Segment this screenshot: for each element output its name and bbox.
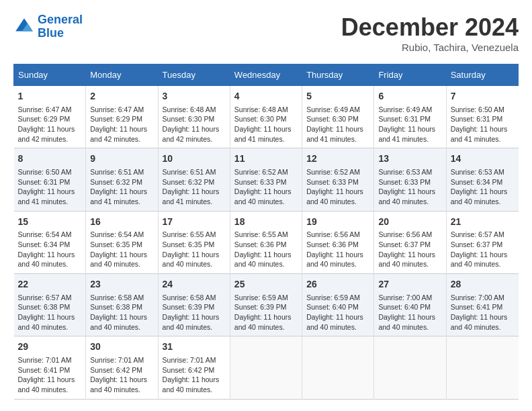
day-info: Sunrise: 6:58 AM Sunset: 6:38 PM Dayligh… [90, 293, 153, 332]
day-info: Sunrise: 7:01 AM Sunset: 6:41 PM Dayligh… [18, 355, 82, 395]
logo-line2: Blue [38, 26, 64, 40]
calendar-cell: 3Sunrise: 6:48 AM Sunset: 6:30 PM Daylig… [158, 86, 230, 148]
calendar-cell: 2Sunrise: 6:47 AM Sunset: 6:29 PM Daylig… [86, 86, 158, 148]
logo-text: General Blue [38, 13, 83, 40]
day-number: 3 [163, 90, 226, 103]
day-info: Sunrise: 6:49 AM Sunset: 6:30 PM Dayligh… [306, 105, 369, 144]
day-number: 31 [163, 340, 226, 354]
day-info: Sunrise: 6:52 AM Sunset: 6:33 PM Dayligh… [306, 167, 369, 207]
calendar-cell: 24Sunrise: 6:58 AM Sunset: 6:39 PM Dayli… [158, 274, 230, 336]
day-info: Sunrise: 6:53 AM Sunset: 6:34 PM Dayligh… [451, 167, 515, 207]
calendar-cell: 5Sunrise: 6:49 AM Sunset: 6:30 PM Daylig… [302, 86, 374, 148]
day-of-week-header: Friday [374, 64, 446, 86]
calendar-cell: 20Sunrise: 6:56 AM Sunset: 6:37 PM Dayli… [374, 211, 446, 273]
day-info: Sunrise: 6:55 AM Sunset: 6:35 PM Dayligh… [163, 230, 226, 269]
day-info: Sunrise: 6:57 AM Sunset: 6:37 PM Dayligh… [451, 230, 515, 269]
day-number: 4 [234, 90, 298, 103]
calendar-cell: 17Sunrise: 6:55 AM Sunset: 6:35 PM Dayli… [158, 211, 230, 273]
logo-icon [13, 16, 35, 38]
day-info: Sunrise: 6:48 AM Sunset: 6:30 PM Dayligh… [234, 105, 298, 144]
day-number: 9 [90, 152, 153, 166]
calendar-week-row: 1Sunrise: 6:47 AM Sunset: 6:29 PM Daylig… [14, 86, 519, 148]
day-of-week-header: Saturday [446, 64, 518, 86]
day-info: Sunrise: 6:57 AM Sunset: 6:38 PM Dayligh… [18, 293, 82, 332]
day-number: 12 [306, 152, 369, 166]
calendar-cell: 7Sunrise: 6:50 AM Sunset: 6:31 PM Daylig… [446, 86, 518, 148]
day-of-week-header: Thursday [302, 64, 374, 86]
calendar-table: SundayMondayTuesdayWednesdayThursdayFrid… [13, 64, 519, 400]
day-info: Sunrise: 6:54 AM Sunset: 6:35 PM Dayligh… [90, 230, 153, 269]
calendar-cell: 19Sunrise: 6:56 AM Sunset: 6:36 PM Dayli… [302, 211, 374, 273]
calendar-cell: 12Sunrise: 6:52 AM Sunset: 6:33 PM Dayli… [302, 148, 374, 211]
day-number: 22 [18, 278, 82, 291]
day-number: 25 [234, 278, 298, 291]
calendar-cell: 16Sunrise: 6:54 AM Sunset: 6:35 PM Dayli… [86, 211, 158, 273]
day-number: 27 [378, 278, 441, 291]
day-number: 16 [90, 216, 153, 229]
calendar-cell [230, 336, 302, 399]
day-info: Sunrise: 6:56 AM Sunset: 6:37 PM Dayligh… [378, 230, 441, 269]
calendar-cell: 18Sunrise: 6:55 AM Sunset: 6:36 PM Dayli… [230, 211, 302, 273]
day-info: Sunrise: 6:58 AM Sunset: 6:39 PM Dayligh… [163, 293, 226, 332]
day-info: Sunrise: 6:51 AM Sunset: 6:32 PM Dayligh… [90, 167, 153, 207]
day-number: 13 [378, 152, 441, 166]
location: Rubio, Tachira, Venezuela [341, 42, 519, 53]
day-info: Sunrise: 6:56 AM Sunset: 6:36 PM Dayligh… [306, 230, 369, 269]
day-number: 8 [18, 152, 82, 166]
calendar-week-row: 8Sunrise: 6:50 AM Sunset: 6:31 PM Daylig… [14, 148, 519, 211]
calendar-cell: 10Sunrise: 6:51 AM Sunset: 6:32 PM Dayli… [158, 148, 230, 211]
day-number: 15 [18, 216, 82, 229]
day-info: Sunrise: 6:53 AM Sunset: 6:33 PM Dayligh… [378, 167, 441, 207]
calendar-cell: 8Sunrise: 6:50 AM Sunset: 6:31 PM Daylig… [14, 148, 86, 211]
day-number: 26 [306, 278, 369, 291]
day-number: 28 [451, 278, 515, 291]
calendar-cell [446, 336, 518, 399]
day-number: 23 [90, 278, 153, 291]
page-header: General Blue December 2024 Rubio, Tachir… [13, 13, 519, 53]
day-of-week-header: Tuesday [158, 64, 230, 86]
day-number: 19 [306, 216, 369, 229]
calendar-cell: 15Sunrise: 6:54 AM Sunset: 6:34 PM Dayli… [14, 211, 86, 273]
calendar-cell: 6Sunrise: 6:49 AM Sunset: 6:31 PM Daylig… [374, 86, 446, 148]
calendar-week-row: 15Sunrise: 6:54 AM Sunset: 6:34 PM Dayli… [14, 211, 519, 273]
day-number: 20 [378, 216, 441, 229]
calendar-cell [374, 336, 446, 399]
day-info: Sunrise: 6:50 AM Sunset: 6:31 PM Dayligh… [18, 167, 82, 207]
calendar-cell: 25Sunrise: 6:59 AM Sunset: 6:39 PM Dayli… [230, 274, 302, 336]
calendar-cell: 13Sunrise: 6:53 AM Sunset: 6:33 PM Dayli… [374, 148, 446, 211]
month-title: December 2024 [341, 13, 519, 42]
day-number: 29 [18, 340, 82, 354]
calendar-cell [302, 336, 374, 399]
day-of-week-header: Sunday [14, 64, 86, 86]
day-number: 24 [163, 278, 226, 291]
calendar-cell: 14Sunrise: 6:53 AM Sunset: 6:34 PM Dayli… [446, 148, 518, 211]
day-number: 5 [306, 90, 369, 103]
day-number: 11 [234, 152, 298, 166]
day-info: Sunrise: 6:47 AM Sunset: 6:29 PM Dayligh… [90, 105, 153, 144]
header-row: SundayMondayTuesdayWednesdayThursdayFrid… [14, 64, 519, 86]
day-info: Sunrise: 7:01 AM Sunset: 6:42 PM Dayligh… [163, 355, 226, 395]
day-info: Sunrise: 6:49 AM Sunset: 6:31 PM Dayligh… [378, 105, 441, 144]
day-number: 18 [234, 216, 298, 229]
day-number: 10 [163, 152, 226, 166]
calendar-cell: 29Sunrise: 7:01 AM Sunset: 6:41 PM Dayli… [14, 336, 86, 399]
day-info: Sunrise: 6:52 AM Sunset: 6:33 PM Dayligh… [234, 167, 298, 207]
day-info: Sunrise: 6:50 AM Sunset: 6:31 PM Dayligh… [451, 105, 515, 144]
calendar-cell: 23Sunrise: 6:58 AM Sunset: 6:38 PM Dayli… [86, 274, 158, 336]
calendar-cell: 9Sunrise: 6:51 AM Sunset: 6:32 PM Daylig… [86, 148, 158, 211]
day-info: Sunrise: 6:54 AM Sunset: 6:34 PM Dayligh… [18, 230, 82, 269]
day-info: Sunrise: 7:01 AM Sunset: 6:42 PM Dayligh… [90, 355, 153, 395]
day-info: Sunrise: 6:51 AM Sunset: 6:32 PM Dayligh… [163, 167, 226, 207]
calendar-week-row: 22Sunrise: 6:57 AM Sunset: 6:38 PM Dayli… [14, 274, 519, 336]
day-number: 14 [451, 152, 515, 166]
calendar-cell: 31Sunrise: 7:01 AM Sunset: 6:42 PM Dayli… [158, 336, 230, 399]
logo-line1: General [38, 13, 83, 26]
calendar-cell: 27Sunrise: 7:00 AM Sunset: 6:40 PM Dayli… [374, 274, 446, 336]
calendar-cell: 26Sunrise: 6:59 AM Sunset: 6:40 PM Dayli… [302, 274, 374, 336]
calendar-cell: 4Sunrise: 6:48 AM Sunset: 6:30 PM Daylig… [230, 86, 302, 148]
calendar-cell: 1Sunrise: 6:47 AM Sunset: 6:29 PM Daylig… [14, 86, 86, 148]
day-info: Sunrise: 6:59 AM Sunset: 6:39 PM Dayligh… [234, 293, 298, 332]
day-number: 7 [451, 90, 515, 103]
day-of-week-header: Wednesday [230, 64, 302, 86]
day-info: Sunrise: 7:00 AM Sunset: 6:40 PM Dayligh… [378, 293, 441, 332]
